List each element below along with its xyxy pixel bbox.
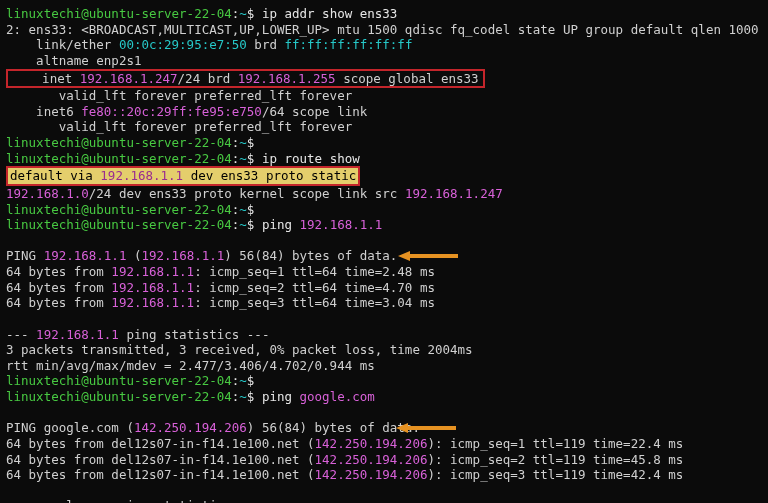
output-line: 64 bytes from del12s07-in-f14.1e100.net …: [6, 452, 762, 468]
output-line: 192.168.1.0/24 dev ens33 proto kernel sc…: [6, 186, 762, 202]
terminal-output: linuxtechi@ubuntu-server-22-04:~$ ip add…: [6, 6, 762, 503]
prompt-line: linuxtechi@ubuntu-server-22-04:~$: [6, 373, 762, 389]
output-line: 64 bytes from del12s07-in-f14.1e100.net …: [6, 436, 762, 452]
prompt-line: linuxtechi@ubuntu-server-22-04:~$ ip rou…: [6, 151, 762, 167]
output-line: inet6 fe80::20c:29ff:fe95:e750/64 scope …: [6, 104, 762, 120]
output-line: PING 192.168.1.1 (192.168.1.1) 56(84) by…: [6, 248, 762, 264]
output-line: 64 bytes from del12s07-in-f14.1e100.net …: [6, 467, 762, 483]
prompt-line: linuxtechi@ubuntu-server-22-04:~$: [6, 202, 762, 218]
blank-line: [6, 483, 762, 499]
prompt-line: linuxtechi@ubuntu-server-22-04:~$ ping g…: [6, 389, 762, 420]
output-line: --- 192.168.1.1 ping statistics ---: [6, 327, 762, 343]
command-text: ip route show: [262, 151, 360, 166]
prompt-line: linuxtechi@ubuntu-server-22-04:~$ ip add…: [6, 6, 762, 22]
output-line: rtt min/avg/max/mdev = 2.477/3.406/4.702…: [6, 358, 762, 374]
output-line: valid_lft forever preferred_lft forever: [6, 119, 762, 135]
prompt-line: linuxtechi@ubuntu-server-22-04:~$ ping 1…: [6, 217, 762, 248]
output-line: valid_lft forever preferred_lft forever: [6, 88, 762, 104]
prompt-user: linuxtechi@ubuntu-server-22-04: [6, 6, 232, 21]
output-line: link/ether 00:0c:29:95:e7:50 brd ff:ff:f…: [6, 37, 762, 53]
output-line: 2: ens33: <BROADCAST,MULTICAST,UP,LOWER_…: [6, 22, 762, 38]
output-line: 64 bytes from 192.168.1.1: icmp_seq=1 tt…: [6, 264, 762, 280]
output-line: 3 packets transmitted, 3 received, 0% pa…: [6, 342, 762, 358]
command-text: google.com: [300, 389, 375, 404]
output-line: altname enp2s1: [6, 53, 762, 69]
arrow-left-icon: [396, 392, 456, 402]
output-line: 64 bytes from 192.168.1.1: icmp_seq=2 tt…: [6, 280, 762, 296]
output-line: --- google.com ping statistics ---: [6, 498, 762, 503]
arrow-left-icon: [398, 220, 458, 230]
prompt-line: linuxtechi@ubuntu-server-22-04:~$: [6, 135, 762, 151]
command-text: ip addr show ens33: [262, 6, 397, 21]
output-line: 64 bytes from 192.168.1.1: icmp_seq=3 tt…: [6, 295, 762, 311]
command-text: 192.168.1.1: [300, 217, 383, 232]
output-line: PING google.com (142.250.194.206) 56(84)…: [6, 420, 762, 436]
blank-line: [6, 311, 762, 327]
highlighted-inet-line: inet 192.168.1.247/24 brd 192.168.1.255 …: [6, 69, 762, 89]
highlighted-route-line: default via 192.168.1.1 dev ens33 proto …: [6, 166, 762, 186]
